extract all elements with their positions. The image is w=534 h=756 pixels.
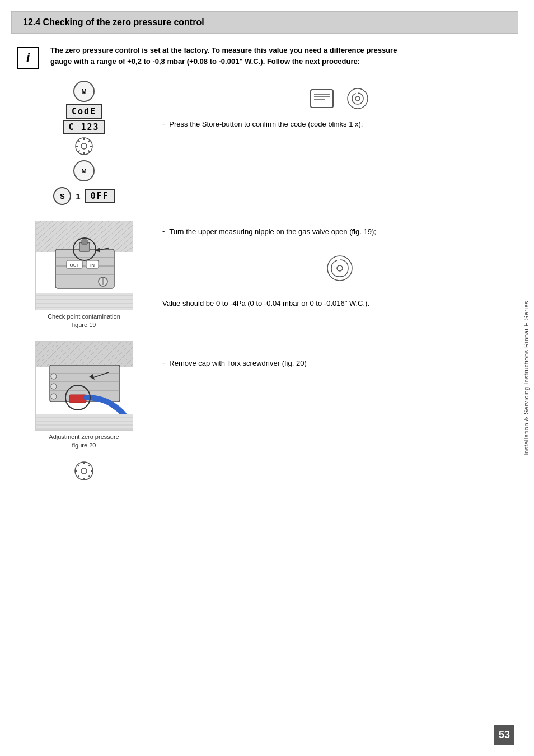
figure-20-container: Adjustment zero pressure figure 20 bbox=[35, 341, 133, 450]
page-number: 53 bbox=[499, 729, 510, 741]
figure-19-caption: Check point contamination figure 19 bbox=[48, 312, 120, 330]
side-bar-text: Installation & Servicing Instructions Ri… bbox=[523, 301, 530, 456]
svg-point-15 bbox=[355, 96, 360, 101]
svg-point-14 bbox=[348, 88, 368, 109]
instruction-block-3: Adjustment zero pressure figure 20 bbox=[17, 341, 517, 482]
gear-icon-bottom-svg bbox=[73, 460, 95, 482]
s-circle: S bbox=[53, 187, 71, 205]
svg-point-102 bbox=[81, 468, 87, 474]
dash-2: - bbox=[162, 227, 165, 235]
svg-line-9 bbox=[88, 141, 90, 142]
nipple-icon-large bbox=[326, 254, 354, 282]
svg-line-109 bbox=[78, 475, 79, 477]
left-col-1: M CodE C 123 bbox=[17, 81, 151, 215]
m-circle-1: M bbox=[73, 81, 95, 102]
svg-line-110 bbox=[89, 464, 91, 466]
instruction-text-1: Press the Store-button to confirm the co… bbox=[169, 119, 363, 130]
info-row: i The zero pressure control is set at th… bbox=[17, 45, 517, 69]
left-col-3: Adjustment zero pressure figure 20 bbox=[17, 341, 151, 482]
m-circle-2: M bbox=[73, 160, 95, 181]
svg-text:OUT: OUT bbox=[69, 263, 79, 268]
svg-point-89 bbox=[51, 374, 57, 379]
instruction-text-4: Remove cap with Torx screwdriver (fig. 2… bbox=[169, 358, 306, 369]
side-bar: Installation & Servicing Instructions Ri… bbox=[518, 0, 534, 756]
svg-rect-10 bbox=[311, 90, 333, 108]
main-content: i The zero pressure control is set at th… bbox=[11, 45, 523, 487]
dash-4: - bbox=[162, 358, 165, 367]
off-display: 0FF bbox=[85, 189, 115, 203]
section-header: 12.4 Checking of the zero pressure contr… bbox=[11, 11, 523, 34]
button-icons-row bbox=[162, 86, 517, 113]
right-col-1: - Press the Store-button to confirm the … bbox=[151, 81, 517, 215]
svg-line-107 bbox=[78, 464, 79, 466]
figure-20-svg bbox=[36, 342, 133, 431]
dash-1: - bbox=[162, 119, 165, 128]
right-col-2: - Turn the upper measuring nipple on the… bbox=[151, 221, 517, 335]
gear-icon-bottom bbox=[73, 460, 95, 482]
svg-rect-62 bbox=[36, 342, 133, 367]
right-col-3: - Remove cap with Torx screwdriver (fig.… bbox=[151, 341, 517, 482]
page-container: 12.4 Checking of the zero pressure contr… bbox=[0, 0, 534, 756]
svg-rect-95 bbox=[36, 414, 133, 431]
s-number: 1 bbox=[76, 192, 80, 201]
svg-line-7 bbox=[88, 151, 90, 152]
info-text: The zero pressure control is set at the … bbox=[50, 45, 397, 67]
svg-point-1 bbox=[81, 143, 87, 149]
figure-19-svg: OUT IN bbox=[36, 221, 133, 310]
svg-point-60 bbox=[337, 265, 343, 271]
figure-20-image bbox=[35, 341, 133, 431]
svg-line-8 bbox=[78, 151, 80, 152]
nipple-button-icon bbox=[345, 86, 370, 113]
svg-rect-45 bbox=[82, 240, 87, 244]
instruction-row-2: - Turn the upper measuring nipple on the… bbox=[162, 226, 517, 237]
svg-line-6 bbox=[78, 141, 80, 142]
svg-line-108 bbox=[89, 475, 91, 477]
svg-point-91 bbox=[51, 394, 57, 399]
display-panel: M CodE C 123 bbox=[53, 81, 114, 209]
instruction-block-1: M CodE C 123 bbox=[17, 81, 517, 215]
s-panel: S 1 0FF bbox=[53, 187, 114, 205]
section-title: 12.4 Checking of the zero pressure contr… bbox=[23, 17, 204, 27]
figure-19-container: OUT IN bbox=[35, 221, 133, 330]
instruction-row-4: - Remove cap with Torx screwdriver (fig.… bbox=[162, 358, 517, 369]
svg-point-90 bbox=[51, 384, 57, 389]
info-icon-box: i bbox=[17, 47, 39, 69]
figure-19-image: OUT IN bbox=[35, 221, 133, 310]
gear-icon bbox=[74, 137, 93, 156]
nipple-icon-row bbox=[162, 254, 517, 282]
page-number-box: 53 bbox=[494, 725, 514, 745]
instruction-row-1: - Press the Store-button to confirm the … bbox=[162, 119, 517, 130]
gear-row bbox=[74, 137, 93, 158]
c123-screen: C 123 bbox=[63, 120, 105, 134]
code-screen: CodE bbox=[66, 104, 102, 119]
store-button-icon bbox=[310, 88, 334, 111]
figure-20-caption: Adjustment zero pressure figure 20 bbox=[49, 433, 119, 450]
info-icon-letter: i bbox=[26, 51, 30, 66]
instruction-block-2: OUT IN bbox=[17, 221, 517, 335]
value-text: Value should be 0 to -4Pa (0 to -0.04 mb… bbox=[162, 298, 517, 309]
left-col-2: OUT IN bbox=[17, 221, 151, 335]
instruction-text-2: Turn the upper measuring nipple on the g… bbox=[169, 226, 376, 237]
svg-text:IN: IN bbox=[90, 263, 95, 268]
